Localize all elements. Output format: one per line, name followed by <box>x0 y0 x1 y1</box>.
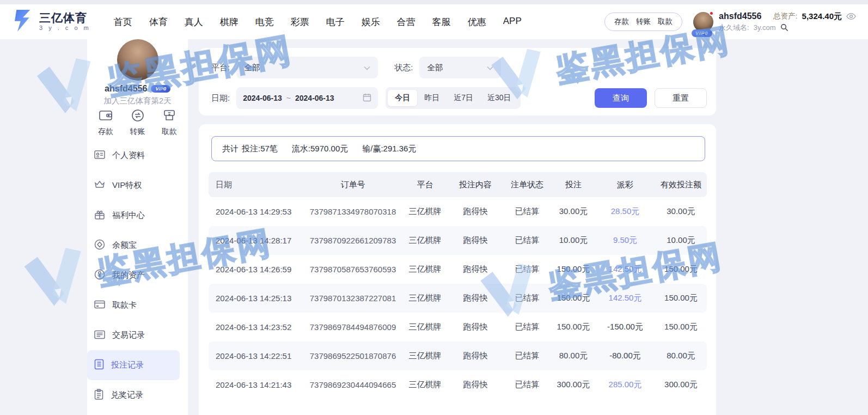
nav-item[interactable]: 体育 <box>149 16 168 28</box>
cell-date: 2024-06-13 14:25:13 <box>209 294 304 303</box>
cell-platform: 三亿棋牌 <box>402 322 448 332</box>
sidebar-item-assets[interactable]: 我的资产 <box>87 260 188 290</box>
coin-icon <box>94 239 105 252</box>
table-row: 2024-06-13 14:28:17 7379870922661209783 … <box>209 226 707 255</box>
chevron-down-icon <box>364 63 370 72</box>
nav-item[interactable]: 电竞 <box>255 16 274 28</box>
date-range-input[interactable]: 2024-06-13 ~ 2024-06-13 <box>236 87 378 109</box>
nav-item[interactable]: 首页 <box>114 16 132 28</box>
cell-status: 已结算 <box>503 322 552 332</box>
transfer-link[interactable]: 转账 <box>636 17 651 27</box>
col-header: 注单状态 <box>503 180 552 190</box>
search-icon[interactable] <box>780 23 788 32</box>
chevron-down-icon <box>487 63 493 72</box>
transfer-icon <box>131 109 144 124</box>
nav-item[interactable]: 真人 <box>185 16 203 28</box>
join-days-text: 加入三亿体育第2天 <box>87 96 188 106</box>
search-button[interactable]: 查询 <box>595 88 647 108</box>
cell-platform: 三亿棋牌 <box>402 206 448 217</box>
date-label: 日期: <box>211 93 230 103</box>
cell-bet: 10.00元 <box>552 235 595 246</box>
avatar[interactable]: VIP0 <box>693 12 713 32</box>
user-info: ahsfd4556 总资产: 5,324.40元 永久域名: 3y.com <box>719 11 856 33</box>
nav-item[interactable]: 客服 <box>432 16 451 28</box>
cell-order: 7379869522501870876 <box>304 351 402 361</box>
sidebar-item-transactions[interactable]: 交易记录 <box>87 320 188 350</box>
table-row: 2024-06-13 14:29:53 7379871334978070318 … <box>209 197 707 226</box>
cell-bet: 150.00元 <box>552 293 595 303</box>
nav-item[interactable]: 棋牌 <box>220 16 239 28</box>
table-row: 2024-06-13 14:23:52 7379869784494876009 … <box>209 313 707 341</box>
perm-domain-label: 永久域名: <box>719 23 749 33</box>
sidebar-item-welfare[interactable]: 福利中心 <box>87 200 188 230</box>
cell-valid: 30.00元 <box>655 206 707 217</box>
table-row: 2024-06-13 14:25:13 7379870132387227081 … <box>209 284 707 313</box>
calendar-icon <box>363 93 371 103</box>
cell-content: 跑得快 <box>448 380 503 390</box>
cell-platform: 三亿棋牌 <box>402 380 448 390</box>
cell-status: 已结算 <box>503 351 552 361</box>
eye-icon[interactable] <box>846 13 856 20</box>
quick-action-withdraw[interactable]: 取款 <box>155 109 184 137</box>
profile-avatar[interactable] <box>117 39 158 81</box>
withdraw-icon <box>162 109 176 124</box>
nav-item[interactable]: 优惠 <box>468 16 486 28</box>
cell-bet: 150.00元 <box>552 264 595 274</box>
nav-item[interactable]: 娱乐 <box>362 16 380 28</box>
cell-bet: 150.00元 <box>552 322 595 332</box>
assets-value: 5,324.40元 <box>802 11 842 22</box>
site-logo[interactable]: 三亿体育 3 y . c o m <box>12 9 91 35</box>
bet-record-icon <box>94 359 104 371</box>
sidebar-menu: 个人资料 VIP特权 福利中心 <box>87 141 188 410</box>
transaction-list-icon <box>94 330 105 341</box>
range-yesterday[interactable]: 昨日 <box>417 90 447 106</box>
cell-date: 2024-06-13 14:29:53 <box>209 207 304 216</box>
browser-top-strip <box>0 0 868 4</box>
nav-item[interactable]: 电子 <box>326 16 345 28</box>
cell-platform: 三亿棋牌 <box>402 351 448 361</box>
range-today[interactable]: 今日 <box>388 90 417 106</box>
deposit-link[interactable]: 存款 <box>614 17 629 27</box>
status-select[interactable]: 全部 <box>419 57 501 78</box>
table-header: 日期 订单号 平台 投注内容 注单状态 投注 派彩 有效投注额 <box>209 172 707 197</box>
profile-vip-badge: VIP0 <box>151 85 170 93</box>
sidebar-item-withdraw-card[interactable]: 取款卡 <box>87 290 188 320</box>
assets-icon <box>94 269 105 282</box>
header-right: 存款 转账 取款 VIP0 ahsfd4556 总资产: 5,324.40元 <box>604 11 856 33</box>
cell-order: 7379870587653760593 <box>304 265 402 274</box>
assets-label: 总资产: <box>773 11 797 21</box>
sidebar-item-vip[interactable]: VIP特权 <box>87 170 188 200</box>
nav-item[interactable]: APP <box>503 16 522 28</box>
id-card-icon <box>94 150 105 161</box>
sidebar-item-yuebao[interactable]: 余额宝 <box>87 230 188 260</box>
cell-content: 跑得快 <box>448 322 503 332</box>
nav-item[interactable]: 彩票 <box>291 16 309 28</box>
col-header: 日期 <box>209 180 304 190</box>
range-7days[interactable]: 近7日 <box>447 90 480 106</box>
main-nav: 首页 体育 真人 棋牌 电竞 彩票 电子 娱乐 合营 客服 优惠 APP <box>114 16 522 28</box>
summary-winloss: 输/赢:291.36元 <box>362 144 416 154</box>
quick-action-transfer[interactable]: 转账 <box>124 109 152 137</box>
reset-button[interactable]: 重置 <box>655 88 707 108</box>
cell-valid: 150.00元 <box>655 322 707 332</box>
nav-item[interactable]: 合营 <box>397 16 415 28</box>
range-30days[interactable]: 近30日 <box>480 90 518 106</box>
cell-valid: 150.00元 <box>655 264 707 274</box>
summary-prefix: 共计 <box>222 144 239 154</box>
sidebar-item-profile[interactable]: 个人资料 <box>87 141 188 170</box>
sidebar-item-bet-records[interactable]: 投注记录 <box>87 350 180 380</box>
quick-action-deposit[interactable]: 存款 <box>91 109 120 137</box>
profile-username: ahsfd4556 <box>105 84 147 94</box>
cell-content: 跑得快 <box>448 293 503 303</box>
cell-status: 已结算 <box>503 264 552 274</box>
withdraw-link[interactable]: 取款 <box>658 17 673 27</box>
sidebar-item-prize-records[interactable]: 兑奖记录 <box>87 380 188 410</box>
cell-status: 已结算 <box>503 206 552 217</box>
cell-platform: 三亿棋牌 <box>402 264 448 274</box>
prize-record-icon <box>94 389 103 401</box>
platform-select[interactable]: 全部 <box>236 57 378 78</box>
filter-panel: 平台: 全部 状态: 全部 日期: 2024-06-13 ~ 2024-06-1 <box>199 48 716 115</box>
wallet-actions-pill: 存款 转账 取款 <box>604 13 682 31</box>
table-body: 2024-06-13 14:29:53 7379871334978070318 … <box>209 197 707 399</box>
cell-platform: 三亿棋牌 <box>402 293 448 303</box>
